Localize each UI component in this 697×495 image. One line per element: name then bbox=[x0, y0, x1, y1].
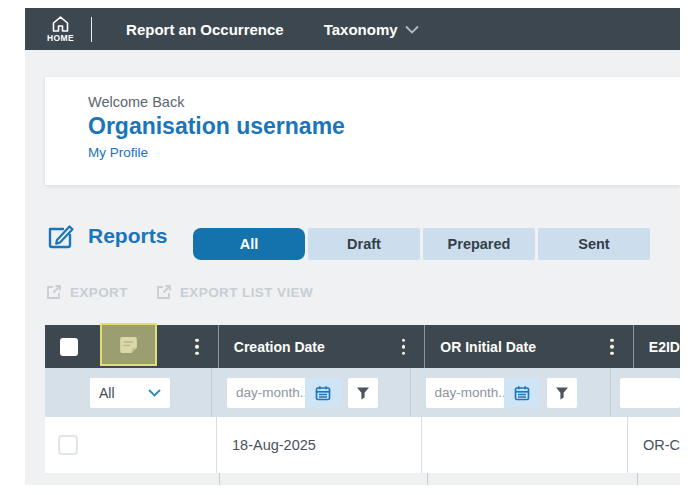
e2id-value: OR-C bbox=[643, 437, 680, 453]
filter-cell-creation-date bbox=[212, 368, 411, 417]
grid-next-row-partial bbox=[45, 473, 680, 485]
row-e2id-cell: OR-C bbox=[628, 417, 680, 473]
grid-header-or-initial-date: OR Initial Date bbox=[425, 325, 634, 368]
reports-edit-icon bbox=[45, 221, 75, 251]
row-e2id-cell bbox=[638, 473, 680, 485]
tab-all[interactable]: All bbox=[193, 228, 305, 260]
nav-report-an-occurrence[interactable]: Report an Occurrence bbox=[126, 21, 284, 38]
grid-filter-row: All bbox=[45, 368, 680, 417]
row-or-initial-date-cell bbox=[428, 473, 638, 485]
status-filter-value: All bbox=[99, 385, 115, 401]
row-select-cell bbox=[45, 417, 217, 473]
chevron-down-icon bbox=[148, 389, 161, 397]
export-toolbar: EXPORT EXPORT LIST VIEW bbox=[45, 284, 313, 301]
row-select-cell bbox=[45, 473, 220, 485]
tab-sent[interactable]: Sent bbox=[538, 228, 650, 260]
column-label-creation-date: Creation Date bbox=[234, 339, 325, 355]
calendar-button[interactable] bbox=[305, 378, 341, 408]
status-filter-dropdown[interactable]: All bbox=[90, 378, 170, 408]
filter-cell-status: All bbox=[45, 368, 212, 417]
export-list-view-button[interactable]: EXPORT LIST VIEW bbox=[155, 284, 313, 301]
filter-button[interactable] bbox=[348, 378, 378, 408]
export-label: EXPORT bbox=[70, 285, 128, 300]
creation-date-value: 18-Aug-2025 bbox=[232, 437, 316, 453]
grid-header-e2id: E2ID bbox=[634, 325, 680, 368]
row-or-initial-date-cell bbox=[422, 417, 628, 473]
nav-taxonomy[interactable]: Taxonomy bbox=[324, 21, 419, 38]
calendar-button[interactable] bbox=[504, 378, 540, 408]
or-initial-date-filter-input[interactable] bbox=[426, 378, 504, 408]
tab-prepared[interactable]: Prepared bbox=[423, 228, 535, 260]
welcome-card: Welcome Back Organisation username My Pr… bbox=[45, 77, 680, 185]
row-creation-date-cell bbox=[220, 473, 428, 485]
app-window: HOME Report an Occurrence Taxonomy Welco… bbox=[25, 8, 680, 485]
filter-cell-e2id bbox=[611, 368, 680, 417]
e2id-filter-input[interactable] bbox=[620, 378, 680, 408]
calendar-icon bbox=[514, 385, 530, 401]
highlight-annotation bbox=[100, 323, 157, 366]
export-list-view-label: EXPORT LIST VIEW bbox=[180, 285, 313, 300]
my-profile-link[interactable]: My Profile bbox=[88, 145, 148, 160]
calendar-icon bbox=[315, 385, 331, 401]
nav-report-label: Report an Occurrence bbox=[126, 21, 284, 38]
home-button[interactable]: HOME bbox=[47, 16, 74, 43]
column-label-or-initial-date: OR Initial Date bbox=[440, 339, 536, 355]
nav-taxonomy-label: Taxonomy bbox=[324, 21, 398, 38]
organisation-username: Organisation username bbox=[88, 113, 680, 140]
column-menu-icon[interactable] bbox=[607, 335, 617, 358]
home-label: HOME bbox=[47, 33, 74, 43]
funnel-icon bbox=[555, 386, 569, 400]
reports-header: Reports bbox=[45, 221, 167, 251]
grid-data-row[interactable]: 18-Aug-2025 OR-C bbox=[45, 417, 680, 473]
row-creation-date-cell: 18-Aug-2025 bbox=[217, 417, 421, 473]
reports-title: Reports bbox=[88, 224, 167, 248]
filter-cell-or-initial-date bbox=[411, 368, 611, 417]
funnel-icon bbox=[356, 386, 370, 400]
filter-button[interactable] bbox=[547, 378, 577, 408]
tab-draft[interactable]: Draft bbox=[308, 228, 420, 260]
creation-date-filter-input[interactable] bbox=[227, 378, 305, 408]
welcome-greeting: Welcome Back bbox=[88, 94, 680, 110]
select-all-checkbox[interactable] bbox=[60, 338, 78, 356]
top-navbar: HOME Report an Occurrence Taxonomy bbox=[25, 8, 680, 50]
export-icon bbox=[45, 284, 62, 301]
grid-header-creation-date: Creation Date bbox=[219, 325, 426, 368]
navbar-divider bbox=[91, 17, 92, 42]
column-menu-icon[interactable] bbox=[192, 335, 202, 358]
export-list-view-icon bbox=[155, 284, 172, 301]
reports-tabs: All Draft Prepared Sent bbox=[193, 228, 650, 260]
chevron-down-icon bbox=[405, 25, 419, 34]
reports-grid: Creation Date OR Initial Date E2ID All bbox=[45, 325, 680, 485]
column-menu-icon[interactable] bbox=[399, 335, 409, 358]
row-checkbox[interactable] bbox=[58, 435, 78, 455]
export-button[interactable]: EXPORT bbox=[45, 284, 128, 301]
column-label-e2id: E2ID bbox=[649, 339, 680, 355]
home-icon bbox=[51, 16, 70, 32]
